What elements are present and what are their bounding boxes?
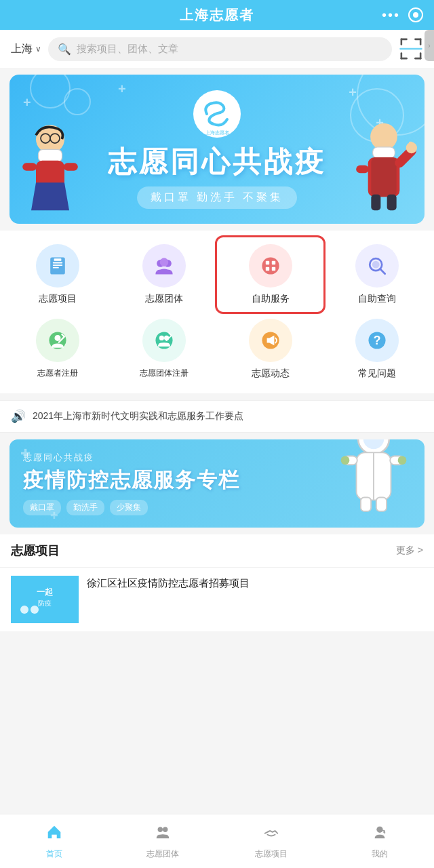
search-icon: 🔍 bbox=[58, 43, 71, 56]
section-more[interactable]: 更多 > bbox=[396, 545, 423, 557]
svg-point-46 bbox=[159, 336, 163, 340]
svg-text:一起: 一起 bbox=[37, 587, 54, 597]
secondary-banner[interactable]: 志愿同心共战疫 疫情防控志愿服务专栏 戴口罩 勤洗手 少聚集 bbox=[9, 439, 425, 528]
svg-rect-28 bbox=[52, 262, 62, 264]
mine-icon bbox=[371, 823, 389, 846]
svg-rect-29 bbox=[52, 264, 62, 266]
project-icon bbox=[262, 823, 280, 846]
announce-icon: 🔊 bbox=[11, 409, 26, 424]
svg-rect-60 bbox=[361, 498, 371, 511]
svg-point-58 bbox=[341, 456, 350, 465]
svg-rect-13 bbox=[22, 163, 37, 171]
svg-text:防疫: 防疫 bbox=[38, 599, 52, 607]
volunteer-team-label: 志愿团体 bbox=[145, 293, 183, 305]
volunteer-project-icon bbox=[36, 244, 79, 288]
svg-point-35 bbox=[262, 257, 279, 274]
icon-item-faq[interactable]: ? 常见问题 bbox=[323, 312, 430, 387]
icon-item-self-query[interactable]: 自助查询 bbox=[323, 237, 430, 312]
self-query-label: 自助查询 bbox=[358, 293, 396, 305]
nav-item-project[interactable]: 志愿项目 bbox=[217, 814, 326, 868]
icon-item-self-service[interactable]: 自助服务 bbox=[215, 235, 326, 314]
scan-button[interactable] bbox=[399, 37, 423, 61]
svg-point-44 bbox=[54, 335, 60, 341]
hazmat-character bbox=[330, 439, 418, 528]
home-icon bbox=[45, 823, 63, 846]
svg-point-67 bbox=[158, 827, 163, 831]
faq-label: 常见问题 bbox=[358, 368, 396, 380]
character-left bbox=[16, 119, 84, 224]
svg-marker-12 bbox=[31, 182, 69, 210]
location-selector[interactable]: 上海 ∨ bbox=[11, 42, 41, 56]
more-icon[interactable]: ••• bbox=[382, 7, 400, 23]
sec-banner-pill-2: 少聚集 bbox=[110, 500, 148, 515]
svg-point-34 bbox=[159, 258, 168, 267]
project-title-0: 徐汇区社区疫情防控志愿者招募项目 bbox=[87, 576, 423, 590]
svg-rect-30 bbox=[52, 267, 58, 269]
project-thumbnail: 一起 防疫 bbox=[11, 576, 79, 623]
sec-banner-pill-1: 勤洗手 bbox=[66, 500, 104, 515]
svg-rect-19 bbox=[373, 147, 395, 158]
secondary-banner-content: 志愿同心共战疫 疫情防控志愿服务专栏 戴口罩 勤洗手 少聚集 bbox=[9, 452, 240, 515]
icon-grid-row1: 志愿项目 志愿团体 bbox=[0, 231, 434, 393]
banner-sub-text: 戴口罩 勤洗手 不聚集 bbox=[137, 186, 298, 209]
side-handle: › bbox=[425, 30, 434, 61]
svg-text:?: ? bbox=[373, 334, 380, 347]
nav-item-mine[interactable]: 我的 bbox=[326, 814, 434, 868]
self-query-icon bbox=[355, 244, 399, 288]
nav-item-home[interactable]: 首页 bbox=[0, 814, 108, 868]
nav-project-label: 志愿项目 bbox=[255, 848, 288, 860]
app-title: 上海志愿者 bbox=[180, 6, 254, 24]
team-icon bbox=[154, 823, 172, 846]
icon-item-volunteer-news[interactable]: 志愿动态 bbox=[217, 312, 323, 387]
volunteer-team-icon bbox=[142, 244, 186, 288]
scan-icon bbox=[399, 37, 423, 61]
svg-point-65 bbox=[20, 606, 28, 614]
announce-text: 2021年上海市新时代文明实践和志愿服务工作要点 bbox=[33, 410, 243, 422]
svg-rect-38 bbox=[265, 267, 269, 271]
svg-point-59 bbox=[398, 456, 407, 465]
sec-banner-pill-0: 戴口罩 bbox=[23, 500, 61, 515]
section-title: 志愿项目 bbox=[11, 542, 60, 559]
search-placeholder: 搜索项目、团体、文章 bbox=[77, 43, 178, 56]
svg-rect-14 bbox=[64, 163, 78, 171]
svg-point-68 bbox=[163, 827, 167, 831]
svg-rect-36 bbox=[265, 261, 269, 264]
svg-point-69 bbox=[376, 826, 382, 832]
self-service-label: 自助服务 bbox=[252, 293, 290, 305]
sec-banner-top-text: 志愿同心共战疫 bbox=[23, 452, 240, 464]
nav-item-team[interactable]: 志愿团体 bbox=[108, 814, 217, 868]
volunteer-project-label: 志愿项目 bbox=[39, 293, 77, 305]
svg-line-41 bbox=[380, 269, 384, 274]
volunteer-projects-header: 志愿项目 更多 > bbox=[0, 534, 434, 567]
icon-item-volunteer-project[interactable]: 志愿项目 bbox=[4, 237, 111, 312]
status-bar: 上海志愿者 ••• bbox=[0, 0, 434, 30]
team-register-icon bbox=[142, 319, 186, 362]
svg-rect-7 bbox=[420, 52, 422, 59]
camera-icon[interactable] bbox=[408, 7, 423, 22]
search-bar: 上海 ∨ 🔍 搜索项目、团体、文章 bbox=[0, 30, 434, 68]
project-item-0[interactable]: 一起 防疫 徐汇区社区疫情防控志愿者招募项目 bbox=[0, 567, 434, 631]
nav-home-label: 首页 bbox=[46, 848, 62, 860]
icon-item-volunteer-team[interactable]: 志愿团体 bbox=[111, 237, 217, 312]
status-bar-actions: ••• bbox=[382, 7, 423, 23]
svg-rect-37 bbox=[271, 261, 275, 264]
search-input-area[interactable]: 🔍 搜索项目、团体、文章 bbox=[48, 37, 392, 61]
icon-item-volunteer-register[interactable]: 志愿者注册 bbox=[4, 312, 111, 387]
svg-rect-10 bbox=[39, 149, 62, 162]
svg-rect-31 bbox=[54, 258, 61, 261]
svg-rect-39 bbox=[271, 267, 275, 271]
announcement-bar[interactable]: 🔊 2021年上海市新时代文明实践和志愿服务工作要点 bbox=[0, 400, 434, 433]
main-banner[interactable]: + + + + 上海志愿者 志愿同心共战疫 戴口罩 勤洗手 不聚集 bbox=[9, 75, 425, 224]
svg-rect-1 bbox=[401, 39, 403, 45]
volunteer-register-label: 志愿者注册 bbox=[37, 368, 78, 379]
svg-rect-61 bbox=[376, 498, 387, 511]
svg-rect-5 bbox=[401, 52, 403, 59]
svg-rect-21 bbox=[371, 157, 396, 197]
banner-main-text: 志愿同心共战疫 bbox=[108, 143, 326, 181]
svg-rect-3 bbox=[420, 39, 422, 45]
icon-item-team-register[interactable]: 志愿团体注册 bbox=[111, 312, 217, 387]
svg-rect-8 bbox=[399, 48, 422, 50]
nav-team-label: 志愿团体 bbox=[146, 848, 179, 860]
character-right bbox=[350, 119, 418, 224]
svg-point-18 bbox=[370, 123, 397, 151]
